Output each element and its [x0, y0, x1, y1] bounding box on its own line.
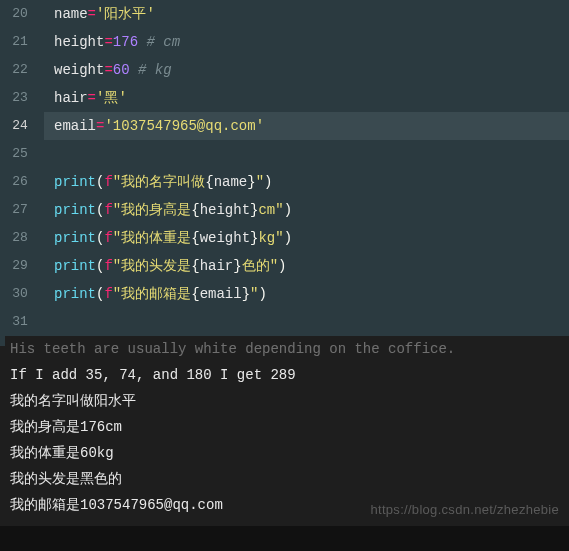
code-content: print(f"我的邮箱是{email}") [40, 280, 569, 308]
code-line[interactable]: 27print(f"我的身高是{height}cm") [0, 196, 569, 224]
console-line: 我的体重是60kg [10, 440, 559, 466]
line-number: 29 [0, 252, 40, 280]
code-editor[interactable]: 20name='阳水平'21height=176 # cm22weight=60… [0, 0, 569, 336]
line-number: 28 [0, 224, 40, 252]
line-number: 25 [0, 140, 40, 168]
code-line[interactable]: 23hair='黑' [0, 84, 569, 112]
line-number: 31 [0, 308, 40, 336]
line-number: 30 [0, 280, 40, 308]
line-number: 21 [0, 28, 40, 56]
line-number: 27 [0, 196, 40, 224]
watermark-text: https://blog.csdn.net/zhezhebie [370, 502, 559, 517]
output-console[interactable]: His teeth are usually white depending on… [0, 336, 569, 526]
code-line[interactable]: 30print(f"我的邮箱是{email}") [0, 280, 569, 308]
line-number: 20 [0, 0, 40, 28]
code-line[interactable]: 25 [0, 140, 569, 168]
code-content: print(f"我的身高是{height}cm") [40, 196, 569, 224]
code-content [40, 308, 569, 336]
code-content: print(f"我的体重是{weight}kg") [40, 224, 569, 252]
code-content: weight=60 # kg [40, 56, 569, 84]
code-content [40, 140, 569, 168]
code-line[interactable]: 21height=176 # cm [0, 28, 569, 56]
code-line[interactable]: 28print(f"我的体重是{weight}kg") [0, 224, 569, 252]
code-content: hair='黑' [40, 84, 569, 112]
console-line: His teeth are usually white depending on… [10, 336, 559, 362]
code-content: print(f"我的名字叫做{name}") [40, 168, 569, 196]
code-line[interactable]: 22weight=60 # kg [0, 56, 569, 84]
code-line[interactable]: 20name='阳水平' [0, 0, 569, 28]
code-line[interactable]: 26print(f"我的名字叫做{name}") [0, 168, 569, 196]
line-number: 24 [0, 112, 40, 140]
code-content: name='阳水平' [40, 0, 569, 28]
code-line[interactable]: 29print(f"我的头发是{hair}色的") [0, 252, 569, 280]
console-line: 我的头发是黑色的 [10, 466, 559, 492]
line-number: 26 [0, 168, 40, 196]
line-number: 23 [0, 84, 40, 112]
code-content: print(f"我的头发是{hair}色的") [40, 252, 569, 280]
console-line: 我的身高是176cm [10, 414, 559, 440]
code-line[interactable]: 24email='1037547965@qq.com' [0, 112, 569, 140]
code-content: height=176 # cm [40, 28, 569, 56]
console-line: 我的名字叫做阳水平 [10, 388, 559, 414]
console-line: If I add 35, 74, and 180 I get 289 [10, 362, 559, 388]
line-number: 22 [0, 56, 40, 84]
code-line[interactable]: 31 [0, 308, 569, 336]
